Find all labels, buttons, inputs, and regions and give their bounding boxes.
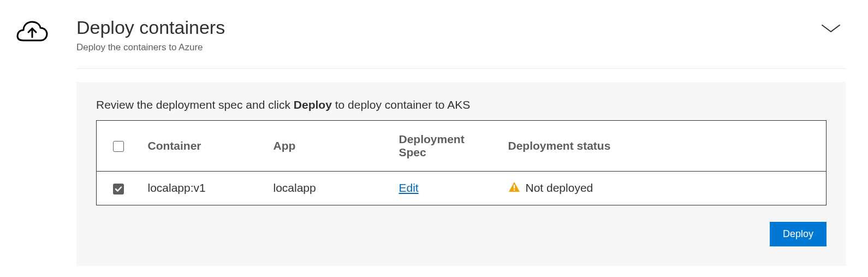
instruction-text: Review the deployment spec and click Dep… [96,98,827,111]
cloud-upload-icon [16,37,48,46]
column-header-app: App [266,120,391,171]
containers-table: Container App Deployment Spec Deployment… [96,120,827,205]
table-header-row: Container App Deployment Spec Deployment… [97,120,827,171]
edit-spec-link[interactable]: Edit [399,181,419,194]
svg-rect-0 [513,185,514,188]
chevron-down-icon[interactable] [821,23,841,36]
instruction-bold: Deploy [294,98,332,111]
svg-rect-1 [513,189,514,190]
column-header-spec: Deployment Spec [391,120,501,171]
cell-app: localapp [266,171,391,205]
deploy-panel: Review the deployment spec and click Dep… [76,82,846,266]
deploy-button[interactable]: Deploy [770,222,827,246]
row-checkbox[interactable] [113,184,124,195]
page-title: Deploy containers [76,16,225,39]
divider [76,68,846,69]
column-header-container: Container [140,120,266,171]
page-subtitle: Deploy the containers to Azure [76,42,225,53]
cell-container: localapp:v1 [140,171,266,205]
column-header-status: Deployment status [501,120,827,171]
table-row: localapp:v1 localapp Edit [97,171,827,205]
status-text: Not deployed [526,181,593,195]
instruction-post: to deploy container to AKS [332,98,470,111]
select-all-checkbox[interactable] [113,141,124,152]
warning-icon [508,181,520,195]
instruction-pre: Review the deployment spec and click [96,98,294,111]
